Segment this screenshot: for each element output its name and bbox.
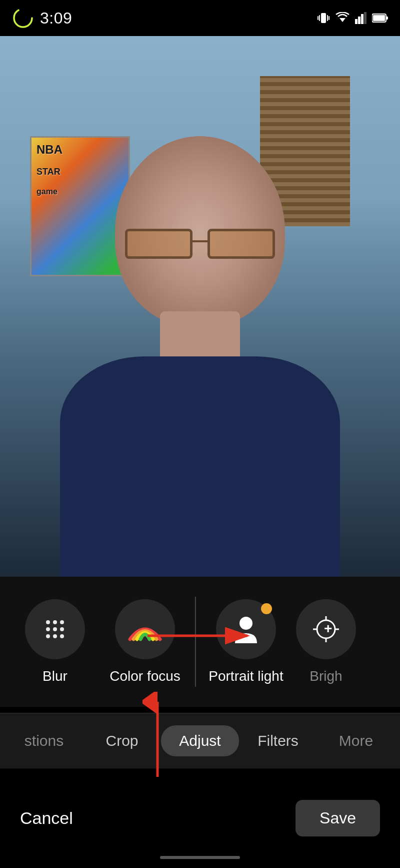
glasses-left-lens: [125, 229, 192, 259]
svg-rect-10: [364, 12, 366, 24]
photo-area: NBA STAR game: [0, 36, 400, 577]
vibrate-icon: [317, 11, 330, 25]
svg-point-22: [60, 634, 64, 638]
body-shirt: [60, 356, 340, 577]
tool-portrait-light[interactable]: Portrait light: [201, 599, 291, 684]
tool-blur[interactable]: Blur: [10, 599, 100, 684]
person-subject: [60, 116, 340, 567]
svg-rect-9: [361, 14, 364, 24]
portrait-light-circle[interactable]: [216, 599, 276, 659]
adjust-pill[interactable]: Adjust: [161, 725, 238, 756]
svg-point-14: [46, 620, 50, 624]
status-bar-left: 3:09: [12, 7, 72, 29]
svg-rect-7: [355, 19, 358, 24]
tools-divider: [195, 597, 196, 687]
home-indicator: [160, 856, 240, 859]
status-bar: 3:09: [0, 0, 400, 36]
save-button[interactable]: Save: [296, 800, 380, 836]
color-focus-icon: [128, 617, 162, 642]
more-label: More: [339, 732, 373, 749]
svg-rect-3: [327, 15, 328, 21]
svg-rect-4: [318, 16, 318, 20]
tool-color-focus[interactable]: Color focus: [100, 599, 190, 684]
bottom-actions: Cancel Save: [0, 768, 400, 868]
svg-text:+: +: [324, 621, 332, 636]
blur-label: Blur: [42, 668, 68, 684]
glasses: [125, 226, 275, 261]
tab-adjust[interactable]: Adjust: [161, 713, 239, 768]
glasses-bridge: [192, 240, 208, 242]
status-bar-right: [317, 11, 388, 25]
svg-rect-2: [319, 15, 320, 21]
svg-rect-13: [373, 15, 385, 21]
tab-suggestions[interactable]: stions: [5, 713, 83, 768]
time-display: 3:09: [40, 9, 72, 28]
filter-tools-strip: Blur Color focus: [0, 577, 400, 707]
signal-icon: [355, 12, 367, 24]
crop-label: Crop: [106, 732, 138, 749]
svg-rect-1: [321, 13, 326, 23]
svg-point-18: [53, 627, 57, 631]
portrait-light-icon: [231, 613, 261, 645]
glasses-right-lens: [208, 229, 275, 259]
svg-marker-6: [340, 18, 346, 22]
color-focus-circle[interactable]: [115, 599, 175, 659]
svg-point-19: [60, 627, 64, 631]
svg-point-15: [53, 620, 57, 624]
portrait-light-dot: [261, 603, 272, 614]
blur-circle[interactable]: [25, 599, 85, 659]
blur-icon: [41, 615, 69, 643]
portrait-light-label: Portrait light: [208, 668, 283, 684]
svg-point-16: [60, 620, 64, 624]
brightness-icon: +: [311, 614, 341, 644]
cancel-button[interactable]: Cancel: [20, 808, 73, 828]
tab-crop[interactable]: Crop: [83, 713, 161, 768]
tab-more[interactable]: More: [317, 713, 395, 768]
adjust-label: Adjust: [179, 732, 220, 749]
svg-rect-8: [358, 17, 360, 24]
filters-label: Filters: [258, 732, 298, 749]
svg-rect-5: [328, 16, 330, 20]
bottom-panel: Blur Color focus: [0, 577, 400, 868]
notification-icon: [12, 7, 34, 29]
svg-point-20: [46, 634, 50, 638]
brightness-circle[interactable]: +: [296, 599, 356, 659]
svg-point-17: [46, 627, 50, 631]
wifi-icon: [335, 12, 350, 24]
tool-brightness[interactable]: + Brigh: [291, 599, 361, 684]
svg-rect-12: [386, 17, 388, 20]
svg-point-21: [53, 634, 57, 638]
tab-filters[interactable]: Filters: [239, 713, 317, 768]
svg-point-0: [14, 9, 32, 27]
edit-tabs: stions Crop Adjust Filters More: [0, 713, 400, 768]
svg-point-23: [240, 617, 252, 630]
brightness-label: Brigh: [310, 668, 342, 684]
battery-icon: [372, 13, 388, 23]
color-focus-label: Color focus: [110, 668, 180, 684]
suggestions-label: stions: [24, 732, 64, 749]
